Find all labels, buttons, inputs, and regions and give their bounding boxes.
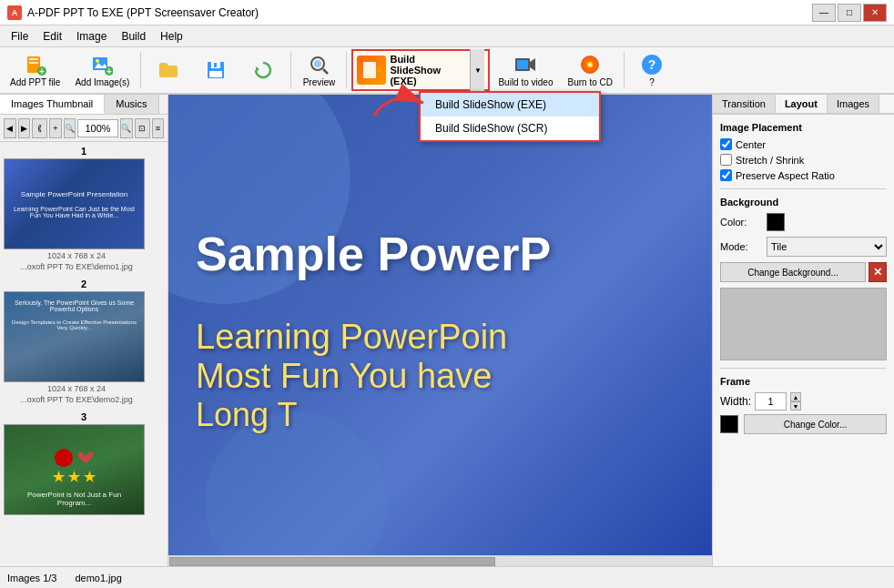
svg-marker-19 bbox=[376, 66, 381, 75]
preview-text-overlay: Sample PowerP Learning PowerPoin Most Fu… bbox=[168, 95, 712, 566]
spinner-up[interactable]: ▲ bbox=[790, 392, 801, 401]
preview-sub2: Most Fun You have bbox=[196, 357, 685, 396]
zoom-in-btn[interactable]: 🔍 bbox=[120, 118, 133, 138]
menu-edit[interactable]: Edit bbox=[36, 28, 69, 45]
zoom-out-btn[interactable]: 🔍 bbox=[64, 118, 76, 138]
help-icon: ? bbox=[641, 54, 663, 76]
save-button[interactable] bbox=[193, 49, 239, 91]
preserve-label: Preserve Aspect Ratio bbox=[736, 170, 835, 181]
build-slideshow-button[interactable]: Build SlideShow (EXE) ▼ bbox=[351, 49, 490, 91]
svg-text:?: ? bbox=[648, 57, 656, 72]
menu-file[interactable]: File bbox=[4, 28, 36, 45]
preview-content: Sample PowerP Learning PowerPoin Most Fu… bbox=[168, 95, 712, 566]
window-controls[interactable]: — □ ✕ bbox=[812, 4, 887, 22]
image-placement-title: Image Placement bbox=[720, 122, 887, 133]
current-filename: demo1.jpg bbox=[75, 573, 121, 583]
help-label: ? bbox=[649, 77, 655, 87]
add-ppt-icon: + bbox=[25, 54, 46, 76]
tab-layout[interactable]: Layout bbox=[776, 95, 828, 113]
menubar: File Edit Image Build Help bbox=[0, 25, 894, 47]
add-btn[interactable]: + bbox=[49, 118, 62, 138]
color-row: Color: bbox=[720, 213, 887, 231]
stretch-checkbox[interactable] bbox=[720, 154, 732, 166]
cd-icon bbox=[579, 54, 601, 76]
horizontal-scrollbar[interactable] bbox=[168, 555, 712, 566]
build-slideshow-dropdown-arrow[interactable]: ▼ bbox=[470, 49, 484, 91]
svg-point-25 bbox=[589, 63, 592, 66]
preview-icon bbox=[308, 54, 330, 76]
app-icon: A bbox=[7, 5, 22, 20]
prev-btn[interactable]: ◀ bbox=[4, 118, 16, 138]
thumb-image: Sample PowerPoint Presentation Learning … bbox=[4, 158, 145, 249]
frame-color-swatch[interactable] bbox=[720, 415, 738, 433]
thumb-number: 2 bbox=[4, 279, 164, 289]
bg-preview bbox=[720, 288, 887, 360]
subtoolbar: ◀ ▶ ⟪ + 🔍 🔍 ⊡ ≡ bbox=[0, 115, 168, 142]
thumbnail-item[interactable]: 3 PowerPo bbox=[4, 411, 164, 515]
first-btn[interactable]: ⟪ bbox=[32, 118, 47, 138]
menu-help[interactable]: Help bbox=[153, 28, 190, 45]
save-icon bbox=[205, 59, 227, 81]
main-content: Images Thumbnail Musics ◀ ▶ ⟪ + 🔍 🔍 ⊡ ≡ … bbox=[0, 95, 894, 566]
chevron-down-icon: ▼ bbox=[474, 66, 482, 75]
add-ppt-button[interactable]: + Add PPT file bbox=[4, 49, 66, 91]
maximize-button[interactable]: □ bbox=[838, 4, 861, 22]
titlebar-left: A A-PDF PPT To EXE (PPT Screensaver Crea… bbox=[7, 5, 259, 20]
clear-background-button[interactable]: ✕ bbox=[869, 262, 887, 282]
add-image-button[interactable]: + Add Image(s) bbox=[68, 49, 136, 91]
app-title: A-PDF PPT To EXE (PPT Screensaver Creato… bbox=[27, 6, 259, 19]
tab-images[interactable]: Images bbox=[828, 95, 879, 113]
more-btn[interactable]: ≡ bbox=[152, 118, 165, 138]
open-button[interactable] bbox=[146, 49, 191, 91]
dropdown-scr-item[interactable]: Build SlideShow (SCR) bbox=[421, 117, 599, 140]
close-button[interactable]: ✕ bbox=[863, 4, 887, 22]
tab-images-thumbnail[interactable]: Images Thumbnail bbox=[0, 95, 105, 114]
next-btn[interactable]: ▶ bbox=[18, 118, 31, 138]
menu-image[interactable]: Image bbox=[69, 28, 114, 45]
images-count: Images 1/3 bbox=[7, 573, 56, 583]
fit-btn[interactable]: ⊡ bbox=[135, 118, 150, 138]
mode-select[interactable]: Tile Stretch Center None bbox=[767, 237, 887, 257]
frame-width-input[interactable] bbox=[755, 392, 787, 411]
svg-rect-12 bbox=[209, 71, 222, 77]
tab-musics[interactable]: Musics bbox=[105, 95, 158, 114]
preview-button[interactable]: Preview bbox=[296, 49, 341, 91]
center-checkbox[interactable] bbox=[720, 138, 732, 150]
toolbar: + Add PPT file + Add Image(s) bbox=[0, 47, 894, 95]
minimize-button[interactable]: — bbox=[812, 4, 836, 22]
menu-build[interactable]: Build bbox=[114, 28, 153, 45]
scrollbar-thumb[interactable] bbox=[169, 557, 495, 566]
svg-rect-22 bbox=[517, 60, 528, 69]
change-background-button[interactable]: Change Background... bbox=[720, 262, 866, 282]
svg-rect-2 bbox=[29, 62, 38, 64]
thumbnail-item[interactable]: 1 Sample PowerPoint Presentation Learnin… bbox=[4, 146, 164, 271]
center-label: Center bbox=[736, 139, 766, 150]
zoom-input[interactable] bbox=[77, 119, 118, 137]
tab-transition[interactable]: Transition bbox=[713, 95, 776, 113]
svg-point-7 bbox=[96, 59, 99, 63]
bg-color-swatch[interactable] bbox=[767, 213, 785, 231]
dropdown-exe-item[interactable]: Build SlideShow (EXE) bbox=[421, 93, 599, 117]
right-panel-content: Image Placement Center Stretch / Shrink … bbox=[713, 115, 894, 566]
thumb-path: ...oxoft PPT To EXE\demo2.jpg bbox=[4, 395, 149, 404]
refresh-button[interactable] bbox=[240, 49, 286, 91]
help-button[interactable]: ? ? bbox=[629, 49, 675, 91]
thumb-size: 1024 x 768 x 24 bbox=[4, 384, 149, 393]
sep1 bbox=[140, 52, 141, 88]
thumb-image: PowerPoint is Not Just a Fun Program... bbox=[4, 424, 145, 515]
burn-cd-button[interactable]: Burn to CD bbox=[561, 49, 618, 91]
svg-rect-13 bbox=[214, 63, 217, 67]
svg-rect-18 bbox=[363, 62, 376, 78]
change-frame-color-button[interactable]: Change Color... bbox=[744, 414, 887, 434]
add-ppt-label: Add PPT file bbox=[10, 77, 60, 87]
spinner-down[interactable]: ▼ bbox=[790, 401, 801, 411]
thumbnail-item[interactable]: 2 Seriously, The PowerPoint Gives us Som… bbox=[4, 279, 164, 404]
build-video-button[interactable]: Build to video bbox=[492, 49, 559, 91]
sep3 bbox=[346, 52, 347, 88]
stretch-label: Stretch / Shrink bbox=[736, 155, 804, 166]
add-image-label: Add Image(s) bbox=[75, 77, 129, 87]
thumb-path: ...oxoft PPT To EXE\demo1.jpg bbox=[4, 262, 149, 271]
left-panel: Images Thumbnail Musics ◀ ▶ ⟪ + 🔍 🔍 ⊡ ≡ … bbox=[0, 95, 168, 566]
svg-text:+: + bbox=[107, 66, 113, 76]
preserve-checkbox[interactable] bbox=[720, 169, 732, 181]
